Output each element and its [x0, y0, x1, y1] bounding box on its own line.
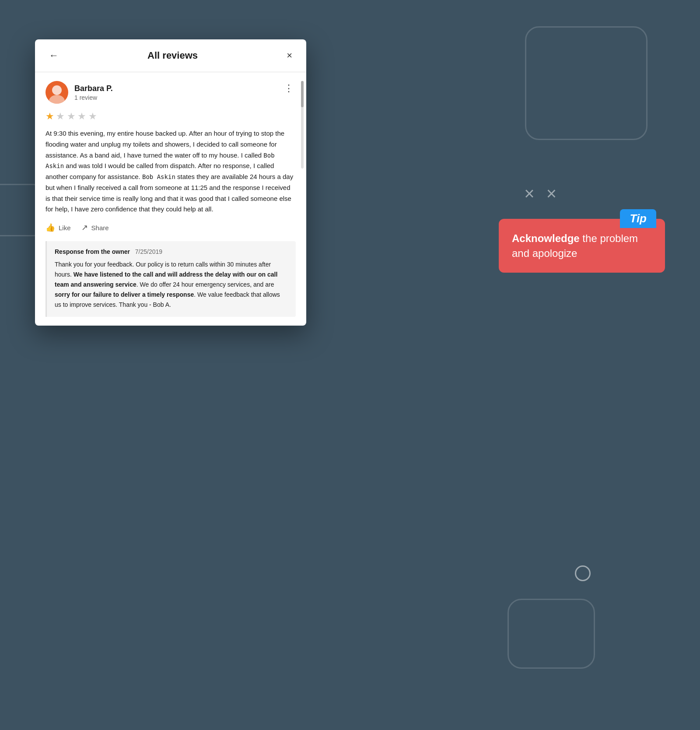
bg-decoration-bottom-right	[508, 599, 595, 669]
modal-header: ← All reviews ×	[35, 39, 306, 72]
scrollbar-thumb	[301, 81, 304, 107]
modal-title: All reviews	[147, 50, 198, 61]
scrollbar-track[interactable]	[301, 81, 304, 168]
reviewer-name: Barbara P.	[74, 84, 113, 93]
tip-bold-text: Acknowledge	[512, 232, 580, 244]
tip-badge: Tip	[620, 209, 656, 228]
tip-card: Tip Acknowledge the problem and apologiz…	[499, 219, 665, 273]
owner-response-text: Thank you for your feedback. Our policy …	[55, 260, 288, 310]
share-icon: ↗	[81, 223, 88, 232]
review-text: At 9:30 this evening, my entire house ba…	[46, 128, 296, 215]
response-bold-2: sorry for our failure to deliver a timel…	[55, 291, 194, 298]
reviewer-count: 1 review	[74, 94, 113, 101]
share-button[interactable]: ↗ Share	[81, 223, 109, 232]
review-text-part1: At 9:30 this evening, my entire house ba…	[46, 130, 284, 159]
bg-decoration-xx: × ×	[524, 184, 560, 204]
star-3: ★	[67, 111, 76, 122]
action-row: 👍 Like ↗ Share	[46, 223, 296, 232]
reviewer-details: Barbara P. 1 review	[74, 84, 113, 101]
star-2: ★	[56, 111, 65, 122]
bg-decoration-top-right	[525, 26, 648, 140]
response-text-2: . We do offer 24 hour emergency services…	[136, 281, 274, 288]
owner-response: Response from the owner 7/25/2019 Thank …	[46, 241, 296, 317]
share-label: Share	[91, 224, 109, 232]
like-button[interactable]: 👍 Like	[46, 223, 71, 232]
svg-point-1	[49, 95, 65, 104]
reviewer-info: Barbara P. 1 review	[46, 81, 113, 104]
more-options-button[interactable]: ⋮	[282, 81, 296, 96]
like-icon: 👍	[46, 223, 55, 232]
back-button[interactable]: ←	[46, 48, 62, 63]
modal-body: Barbara P. 1 review ⋮ ★ ★ ★ ★ ★ At 9:30 …	[35, 72, 306, 326]
reviews-modal: ← All reviews × Barbara P. 1 review	[35, 39, 306, 326]
bg-decoration-circle	[575, 565, 591, 581]
owner-response-header: Response from the owner 7/25/2019	[55, 248, 288, 255]
owner-response-label: Response from the owner	[55, 248, 130, 255]
star-4: ★	[77, 111, 86, 122]
close-button[interactable]: ×	[283, 48, 296, 63]
owner-response-date: 7/25/2019	[135, 248, 162, 255]
svg-point-0	[52, 85, 62, 95]
like-label: Like	[59, 224, 71, 232]
star-5: ★	[88, 111, 97, 122]
reviewer-row: Barbara P. 1 review ⋮	[46, 81, 296, 104]
avatar-svg	[46, 81, 68, 104]
avatar	[46, 81, 68, 104]
brand-name-2: Bob Askin	[142, 173, 175, 180]
star-1: ★	[46, 111, 54, 122]
stars-row: ★ ★ ★ ★ ★	[46, 111, 296, 122]
